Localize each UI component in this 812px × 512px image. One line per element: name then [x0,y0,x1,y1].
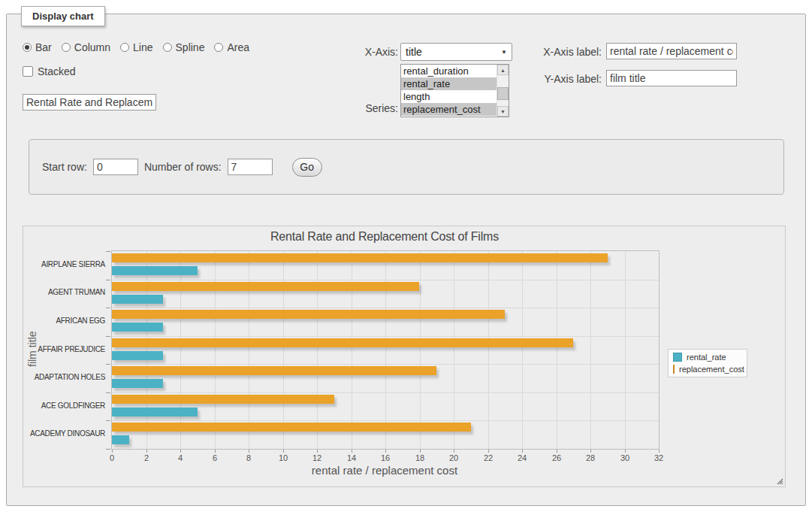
x-tick-mark [215,450,216,453]
chart-type-radio-group: BarColumnLineSplineArea [23,41,249,53]
series-option-rental_rate[interactable]: rental_rate [401,77,497,90]
x-tick-label: 2 [135,453,158,462]
gridline-horizontal [112,308,659,308]
x-tick-mark [488,450,489,453]
legend-item-rental_rate: rental_rate [673,353,742,362]
x-tick-mark [522,450,523,453]
x-tick-mark [590,450,591,453]
x-axis-label-label: X-Axis label: [515,46,602,59]
page: Display chart BarColumnLineSplineArea St… [0,0,812,512]
number-of-rows-input[interactable] [228,159,273,175]
y-axis-label-input[interactable] [606,70,737,86]
x-tick-mark [420,450,421,453]
bar-rental_rate-adaptation-holes [112,379,163,388]
x-tick-label: 28 [579,453,602,462]
stacked-checkbox[interactable] [23,66,33,77]
gridline-horizontal [112,392,659,393]
gridline-vertical [522,251,523,449]
x-axis-select[interactable]: title ▼ [400,43,512,61]
x-tick-label: 0 [101,453,123,462]
legend-swatch-rental_rate [673,353,682,362]
bar-replacement_cost-airplane-sierra [112,253,608,262]
series-option-rental_duration[interactable]: rental_duration [401,65,497,77]
gridline-vertical [352,251,352,449]
chart-title-input[interactable] [23,94,156,111]
x-tick-label: 4 [169,453,192,462]
x-tick-label: 8 [237,453,260,462]
radio-icon[interactable] [214,43,223,52]
chart-title: Rental Rate and Replacement Cost of Film… [111,230,658,244]
series-options: rental_durationrental_ratelengthreplacem… [401,65,497,117]
chart-type-radio-spline[interactable]: Spline [163,41,205,53]
chart-panel: Rental Rate and Replacement Cost of Film… [23,226,786,487]
series-listbox-scrollbar[interactable]: ▲ ▼ [497,65,509,117]
stacked-checkbox-row[interactable]: Stacked [23,65,76,77]
scrollbar-thumb[interactable] [497,87,509,100]
scroll-down-icon[interactable]: ▼ [497,106,509,117]
start-row-input[interactable] [93,159,138,175]
bar-rental_rate-agent-truman [112,295,163,304]
series-option-replacement_cost[interactable]: replacement_cost [401,103,497,116]
series-option-length[interactable]: length [401,90,497,103]
series-listbox[interactable]: rental_durationrental_ratelengthreplacem… [400,64,509,117]
category-label: AIRPLANE SIERRA [23,260,105,268]
bar-replacement_cost-agent-truman [112,282,419,291]
chart-type-radio-area[interactable]: Area [214,41,249,53]
radio-icon[interactable] [120,43,129,52]
chart-type-label: Area [227,41,249,53]
bar-rental_rate-academy-dinosaur [112,435,129,444]
bar-replacement_cost-adaptation-holes [112,366,436,375]
chart-type-radio-column[interactable]: Column [62,41,110,53]
chart-legend: rental_ratereplacement_cost [668,349,747,377]
x-tick-mark [625,450,626,453]
legend-swatch-replacement_cost [673,365,675,374]
series-select-label: Series: [319,102,398,115]
y-tick-mark [106,449,110,450]
x-axis-title: rental rate / replacement cost [111,464,658,477]
fieldset-legend: Display chart [21,6,105,26]
plot-area [111,250,660,450]
radio-icon[interactable] [23,43,32,52]
stacked-label: Stacked [38,65,76,77]
category-label: ADAPTATION HOLES [23,373,105,381]
dropdown-arrow-icon: ▼ [501,49,507,56]
x-tick-mark [249,450,249,453]
go-button[interactable]: Go [292,158,322,177]
bar-rental_rate-affair-prejudice [112,351,163,360]
y-tick-mark [106,364,110,365]
x-tick-label: 14 [340,453,363,462]
bar-replacement_cost-african-egg [112,310,505,319]
radio-icon[interactable] [163,43,172,52]
legend-item-replacement_cost: replacement_cost [673,365,742,374]
chart-type-label: Spline [176,41,205,53]
scroll-up-icon[interactable]: ▲ [497,65,509,75]
legend-label: replacement_cost [679,365,744,374]
category-label: AFRICAN EGG [23,317,105,325]
x-tick-mark [180,450,181,453]
x-axis-selected-value: title [406,46,422,58]
x-tick-label: 22 [477,453,500,462]
resize-handle-icon[interactable] [775,477,783,485]
x-axis-label-input[interactable] [606,43,737,59]
chart-type-radio-line[interactable]: Line [120,41,152,53]
bar-rental_rate-african-egg [112,323,163,332]
gridline-vertical [146,251,147,449]
bar-rental_rate-ace-goldfinger [112,407,198,417]
y-tick-mark [106,392,110,393]
gridline-horizontal [112,364,659,365]
x-tick-mark [352,450,352,453]
row-controls-panel: Start row: Number of rows: Go [29,139,784,195]
x-tick-label: 6 [204,453,226,462]
radio-icon[interactable] [62,43,71,52]
chart-type-radio-bar[interactable]: Bar [23,41,52,53]
bar-replacement_cost-affair-prejudice [112,338,573,347]
gridline-vertical [557,251,557,449]
gridline-vertical [454,251,454,449]
y-tick-mark [106,336,110,337]
x-tick-mark [454,450,454,453]
y-tick-mark [106,251,110,252]
x-tick-mark [317,450,318,453]
gridline-vertical [590,251,591,449]
fieldset-legend-label: Display chart [32,11,94,22]
x-tick-label: 32 [647,453,670,462]
